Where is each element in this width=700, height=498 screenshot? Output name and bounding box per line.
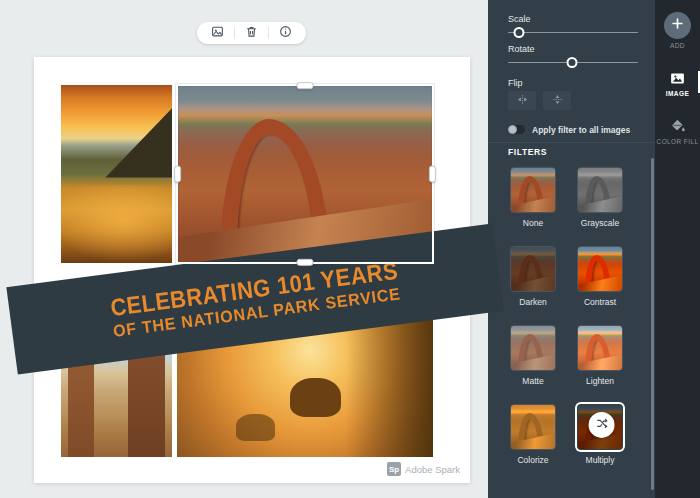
- filter-tile-none[interactable]: None: [510, 167, 556, 228]
- filter-label: None: [510, 218, 556, 228]
- panel-scrollbar[interactable]: [651, 158, 654, 490]
- filter-tile-matte[interactable]: Matte: [510, 325, 556, 386]
- rotate-slider-handle[interactable]: [566, 57, 577, 68]
- filter-label: Contrast: [577, 297, 623, 307]
- color-fill-label: COLOR FILL: [657, 138, 699, 145]
- tools-rail: ADD IMAGE COLOR FILL: [655, 0, 700, 498]
- scale-label: Scale: [508, 14, 531, 24]
- sunset-river-photo[interactable]: [61, 85, 172, 263]
- filter-tile-lighten[interactable]: Lighten: [577, 325, 623, 386]
- image-icon: [669, 69, 686, 87]
- add-button[interactable]: [664, 12, 691, 39]
- resize-handle-left[interactable]: [174, 166, 181, 183]
- spark-editor: CELEBRATING 101 YEARS OF THE NATIONAL PA…: [0, 0, 700, 498]
- filter-tile-grayscale[interactable]: Grayscale: [577, 167, 623, 228]
- replace-image-button[interactable]: [201, 22, 234, 44]
- filter-label: Matte: [510, 376, 556, 386]
- apply-filter-label: Apply filter to all images: [532, 125, 630, 135]
- rail-item-color-fill[interactable]: COLOR FILL: [655, 113, 700, 151]
- image-selection-box[interactable]: [176, 84, 434, 264]
- trash-icon: [245, 24, 258, 42]
- filter-preview: [578, 326, 622, 370]
- spark-logo: Sp: [387, 462, 401, 476]
- info-icon: [279, 24, 292, 42]
- flip-horizontal-icon: [516, 92, 529, 110]
- canvas-area: CELEBRATING 101 YEARS OF THE NATIONAL PA…: [0, 0, 488, 498]
- scale-slider-track[interactable]: [508, 32, 638, 33]
- delete-button[interactable]: [235, 22, 268, 44]
- filter-preview: [511, 168, 555, 212]
- flip-label: Flip: [508, 78, 523, 88]
- shuffle-icon: [595, 416, 608, 434]
- filter-preview: [578, 247, 622, 291]
- image-options-panel: Scale Rotate Flip: [488, 0, 655, 498]
- filter-label: Lighten: [577, 376, 623, 386]
- info-button[interactable]: [269, 22, 302, 44]
- filter-tile-darken[interactable]: Darken: [510, 246, 556, 307]
- flip-horizontal-button[interactable]: [508, 91, 536, 110]
- filter-label: Colorize: [510, 455, 556, 465]
- resize-handle-bottom[interactable]: [297, 259, 314, 266]
- filter-label: Grayscale: [577, 218, 623, 228]
- filter-label: Multiply: [577, 455, 623, 465]
- adobe-spark-watermark: Sp Adobe Spark: [387, 462, 460, 476]
- image-label: IMAGE: [666, 90, 689, 97]
- filter-label: Darken: [510, 297, 556, 307]
- plus-icon: [670, 16, 685, 35]
- paint-fill-icon: [670, 117, 686, 135]
- filter-preview: [511, 405, 555, 449]
- design-page: CELEBRATING 101 YEARS OF THE NATIONAL PA…: [34, 57, 470, 483]
- filter-tile-contrast[interactable]: Contrast: [577, 246, 623, 307]
- filter-preview: [511, 247, 555, 291]
- shuffle-filter-button[interactable]: [589, 412, 615, 438]
- filters-grid: None Grayscale Darken Contrast Matte Lig…: [510, 167, 623, 465]
- flip-vertical-icon: [551, 92, 564, 110]
- resize-handle-top[interactable]: [297, 82, 314, 89]
- flip-vertical-button[interactable]: [543, 91, 571, 110]
- filter-tile-multiply[interactable]: Multiply: [577, 404, 623, 465]
- filter-preview: [511, 326, 555, 370]
- watermark-label: Adobe Spark: [405, 464, 460, 475]
- selection-toolbar: [197, 22, 306, 44]
- toggle-knob[interactable]: [508, 125, 517, 134]
- rail-item-add[interactable]: ADD: [655, 8, 700, 55]
- rotate-slider[interactable]: [508, 57, 638, 68]
- rail-item-image[interactable]: IMAGE: [655, 65, 700, 103]
- apply-filter-toggle[interactable]: [508, 125, 525, 134]
- filter-preview: [578, 168, 622, 212]
- resize-handle-right[interactable]: [429, 166, 436, 183]
- rotate-label: Rotate: [508, 44, 535, 54]
- filter-tile-colorize[interactable]: Colorize: [510, 404, 556, 465]
- add-label: ADD: [670, 42, 685, 49]
- replace-image-icon: [211, 24, 224, 42]
- filters-divider: [488, 142, 655, 143]
- filters-header: FILTERS: [508, 147, 547, 157]
- scale-slider[interactable]: [508, 27, 638, 38]
- scale-slider-handle[interactable]: [514, 27, 525, 38]
